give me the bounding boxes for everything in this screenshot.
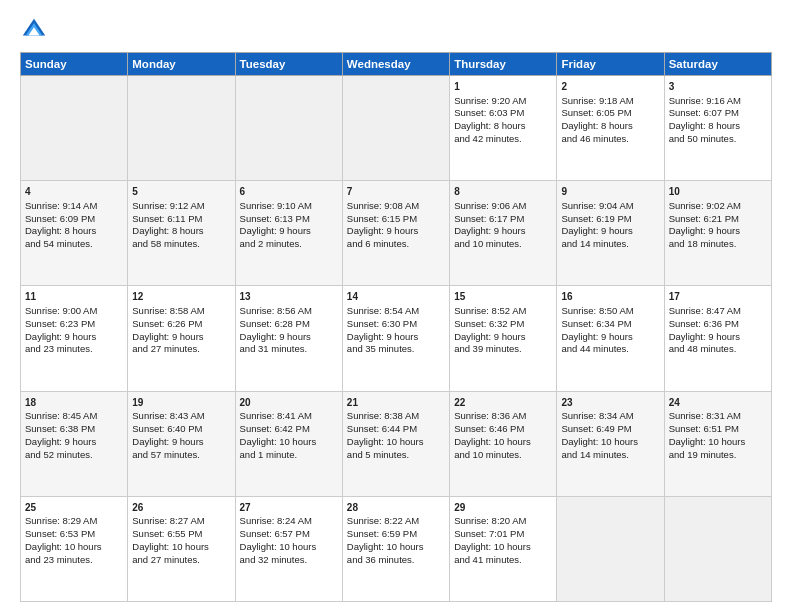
- calendar-cell: 5Sunrise: 9:12 AM Sunset: 6:11 PM Daylig…: [128, 181, 235, 286]
- day-info: Sunrise: 9:10 AM Sunset: 6:13 PM Dayligh…: [240, 200, 338, 251]
- day-number: 9: [561, 185, 659, 199]
- day-info: Sunrise: 8:52 AM Sunset: 6:32 PM Dayligh…: [454, 305, 552, 356]
- page: SundayMondayTuesdayWednesdayThursdayFrid…: [0, 0, 792, 612]
- calendar-cell: 7Sunrise: 9:08 AM Sunset: 6:15 PM Daylig…: [342, 181, 449, 286]
- day-number: 8: [454, 185, 552, 199]
- calendar-cell: 13Sunrise: 8:56 AM Sunset: 6:28 PM Dayli…: [235, 286, 342, 391]
- day-info: Sunrise: 8:31 AM Sunset: 6:51 PM Dayligh…: [669, 410, 767, 461]
- day-number: 28: [347, 501, 445, 515]
- day-info: Sunrise: 8:29 AM Sunset: 6:53 PM Dayligh…: [25, 515, 123, 566]
- calendar-cell: 23Sunrise: 8:34 AM Sunset: 6:49 PM Dayli…: [557, 391, 664, 496]
- weekday-header: Sunday: [21, 53, 128, 76]
- weekday-header: Monday: [128, 53, 235, 76]
- calendar-cell: 14Sunrise: 8:54 AM Sunset: 6:30 PM Dayli…: [342, 286, 449, 391]
- day-number: 27: [240, 501, 338, 515]
- calendar-cell: 20Sunrise: 8:41 AM Sunset: 6:42 PM Dayli…: [235, 391, 342, 496]
- day-number: 1: [454, 80, 552, 94]
- logo: [20, 16, 52, 44]
- calendar-cell: [557, 496, 664, 601]
- day-info: Sunrise: 9:02 AM Sunset: 6:21 PM Dayligh…: [669, 200, 767, 251]
- calendar-cell: 11Sunrise: 9:00 AM Sunset: 6:23 PM Dayli…: [21, 286, 128, 391]
- day-info: Sunrise: 8:43 AM Sunset: 6:40 PM Dayligh…: [132, 410, 230, 461]
- calendar-cell: 4Sunrise: 9:14 AM Sunset: 6:09 PM Daylig…: [21, 181, 128, 286]
- calendar-week-row: 11Sunrise: 9:00 AM Sunset: 6:23 PM Dayli…: [21, 286, 772, 391]
- day-info: Sunrise: 9:18 AM Sunset: 6:05 PM Dayligh…: [561, 95, 659, 146]
- day-number: 13: [240, 290, 338, 304]
- day-number: 19: [132, 396, 230, 410]
- calendar-cell: 2Sunrise: 9:18 AM Sunset: 6:05 PM Daylig…: [557, 76, 664, 181]
- day-info: Sunrise: 8:47 AM Sunset: 6:36 PM Dayligh…: [669, 305, 767, 356]
- weekday-header: Saturday: [664, 53, 771, 76]
- day-number: 15: [454, 290, 552, 304]
- day-number: 16: [561, 290, 659, 304]
- day-number: 25: [25, 501, 123, 515]
- day-info: Sunrise: 8:20 AM Sunset: 7:01 PM Dayligh…: [454, 515, 552, 566]
- day-info: Sunrise: 8:27 AM Sunset: 6:55 PM Dayligh…: [132, 515, 230, 566]
- calendar-cell: 12Sunrise: 8:58 AM Sunset: 6:26 PM Dayli…: [128, 286, 235, 391]
- calendar-cell: [21, 76, 128, 181]
- calendar-cell: 21Sunrise: 8:38 AM Sunset: 6:44 PM Dayli…: [342, 391, 449, 496]
- weekday-header: Tuesday: [235, 53, 342, 76]
- calendar-cell: 16Sunrise: 8:50 AM Sunset: 6:34 PM Dayli…: [557, 286, 664, 391]
- day-number: 22: [454, 396, 552, 410]
- day-number: 2: [561, 80, 659, 94]
- weekday-header: Friday: [557, 53, 664, 76]
- day-number: 29: [454, 501, 552, 515]
- day-info: Sunrise: 9:00 AM Sunset: 6:23 PM Dayligh…: [25, 305, 123, 356]
- calendar-cell: 8Sunrise: 9:06 AM Sunset: 6:17 PM Daylig…: [450, 181, 557, 286]
- calendar-cell: 19Sunrise: 8:43 AM Sunset: 6:40 PM Dayli…: [128, 391, 235, 496]
- day-info: Sunrise: 8:45 AM Sunset: 6:38 PM Dayligh…: [25, 410, 123, 461]
- calendar-cell: 17Sunrise: 8:47 AM Sunset: 6:36 PM Dayli…: [664, 286, 771, 391]
- calendar-cell: [235, 76, 342, 181]
- day-number: 6: [240, 185, 338, 199]
- calendar-cell: [342, 76, 449, 181]
- weekday-header: Wednesday: [342, 53, 449, 76]
- day-info: Sunrise: 9:20 AM Sunset: 6:03 PM Dayligh…: [454, 95, 552, 146]
- day-info: Sunrise: 8:56 AM Sunset: 6:28 PM Dayligh…: [240, 305, 338, 356]
- calendar-cell: 3Sunrise: 9:16 AM Sunset: 6:07 PM Daylig…: [664, 76, 771, 181]
- day-number: 26: [132, 501, 230, 515]
- weekday-header: Thursday: [450, 53, 557, 76]
- calendar-cell: 25Sunrise: 8:29 AM Sunset: 6:53 PM Dayli…: [21, 496, 128, 601]
- calendar-cell: 10Sunrise: 9:02 AM Sunset: 6:21 PM Dayli…: [664, 181, 771, 286]
- calendar-week-row: 4Sunrise: 9:14 AM Sunset: 6:09 PM Daylig…: [21, 181, 772, 286]
- calendar-cell: 24Sunrise: 8:31 AM Sunset: 6:51 PM Dayli…: [664, 391, 771, 496]
- calendar-cell: 1Sunrise: 9:20 AM Sunset: 6:03 PM Daylig…: [450, 76, 557, 181]
- day-info: Sunrise: 8:50 AM Sunset: 6:34 PM Dayligh…: [561, 305, 659, 356]
- day-info: Sunrise: 9:14 AM Sunset: 6:09 PM Dayligh…: [25, 200, 123, 251]
- calendar-cell: 29Sunrise: 8:20 AM Sunset: 7:01 PM Dayli…: [450, 496, 557, 601]
- day-info: Sunrise: 9:04 AM Sunset: 6:19 PM Dayligh…: [561, 200, 659, 251]
- day-number: 23: [561, 396, 659, 410]
- day-info: Sunrise: 9:08 AM Sunset: 6:15 PM Dayligh…: [347, 200, 445, 251]
- day-info: Sunrise: 9:12 AM Sunset: 6:11 PM Dayligh…: [132, 200, 230, 251]
- day-info: Sunrise: 9:06 AM Sunset: 6:17 PM Dayligh…: [454, 200, 552, 251]
- day-number: 11: [25, 290, 123, 304]
- calendar-table: SundayMondayTuesdayWednesdayThursdayFrid…: [20, 52, 772, 602]
- calendar-cell: [664, 496, 771, 601]
- calendar-cell: 26Sunrise: 8:27 AM Sunset: 6:55 PM Dayli…: [128, 496, 235, 601]
- calendar-cell: [128, 76, 235, 181]
- day-number: 24: [669, 396, 767, 410]
- calendar-cell: 28Sunrise: 8:22 AM Sunset: 6:59 PM Dayli…: [342, 496, 449, 601]
- day-info: Sunrise: 8:58 AM Sunset: 6:26 PM Dayligh…: [132, 305, 230, 356]
- weekday-header-row: SundayMondayTuesdayWednesdayThursdayFrid…: [21, 53, 772, 76]
- day-info: Sunrise: 8:34 AM Sunset: 6:49 PM Dayligh…: [561, 410, 659, 461]
- day-info: Sunrise: 8:38 AM Sunset: 6:44 PM Dayligh…: [347, 410, 445, 461]
- calendar-week-row: 1Sunrise: 9:20 AM Sunset: 6:03 PM Daylig…: [21, 76, 772, 181]
- day-number: 10: [669, 185, 767, 199]
- day-info: Sunrise: 8:22 AM Sunset: 6:59 PM Dayligh…: [347, 515, 445, 566]
- header: [20, 16, 772, 44]
- day-number: 17: [669, 290, 767, 304]
- logo-icon: [20, 16, 48, 44]
- day-number: 12: [132, 290, 230, 304]
- day-info: Sunrise: 8:41 AM Sunset: 6:42 PM Dayligh…: [240, 410, 338, 461]
- day-number: 21: [347, 396, 445, 410]
- calendar-cell: 22Sunrise: 8:36 AM Sunset: 6:46 PM Dayli…: [450, 391, 557, 496]
- day-info: Sunrise: 8:36 AM Sunset: 6:46 PM Dayligh…: [454, 410, 552, 461]
- calendar-cell: 9Sunrise: 9:04 AM Sunset: 6:19 PM Daylig…: [557, 181, 664, 286]
- day-number: 4: [25, 185, 123, 199]
- calendar-week-row: 25Sunrise: 8:29 AM Sunset: 6:53 PM Dayli…: [21, 496, 772, 601]
- calendar-cell: 18Sunrise: 8:45 AM Sunset: 6:38 PM Dayli…: [21, 391, 128, 496]
- day-info: Sunrise: 9:16 AM Sunset: 6:07 PM Dayligh…: [669, 95, 767, 146]
- day-info: Sunrise: 8:24 AM Sunset: 6:57 PM Dayligh…: [240, 515, 338, 566]
